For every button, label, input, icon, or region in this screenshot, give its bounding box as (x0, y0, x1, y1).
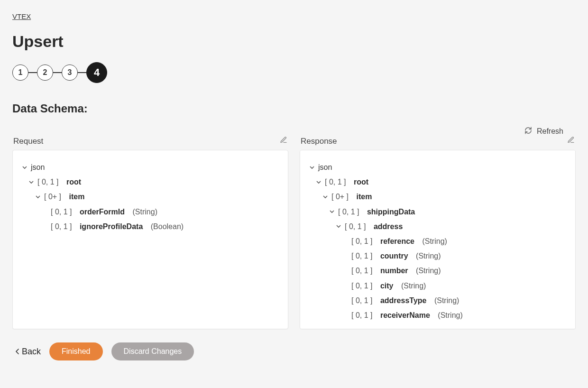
chevron-down-icon[interactable] (329, 209, 335, 214)
chevron-down-icon[interactable] (335, 223, 342, 229)
tree-cardinality: [ 0+ ] (44, 189, 61, 204)
tree-leaf[interactable]: [ 0, 1 ] number (String) (351, 263, 567, 278)
section-title: Data Schema: (12, 102, 576, 115)
stepper: 1 2 3 4 (12, 62, 576, 83)
footer: Back Finished Discard Changes (12, 342, 576, 360)
response-title: Response (301, 137, 337, 146)
response-pane: Response json [ 0, 1 ] root (300, 136, 576, 329)
tree-leaf[interactable]: [ 0, 1 ] country (String) (351, 249, 567, 263)
step-connector (78, 72, 86, 73)
tree-leaf[interactable]: [ 0, 1 ] city (String) (351, 278, 567, 293)
chevron-down-icon[interactable] (322, 194, 329, 200)
edit-response-icon[interactable] (567, 136, 575, 146)
step-1[interactable]: 1 (12, 65, 28, 81)
tree-leaf[interactable]: [ 0, 1 ] orderFormId (String) (51, 204, 279, 219)
step-connector (53, 72, 62, 73)
tree-root-label: json (318, 160, 332, 175)
tree-leaf[interactable]: [ 0, 1 ] reference (String) (351, 234, 567, 249)
back-button[interactable]: Back (15, 347, 41, 357)
edit-request-icon[interactable] (280, 136, 287, 146)
refresh-icon (524, 127, 532, 136)
response-box: json [ 0, 1 ] root [ 0+ ] item (300, 150, 576, 329)
tree-field-name: root (66, 175, 81, 189)
tree-leaf[interactable]: [ 0, 1 ] receiverName (String) (351, 308, 567, 323)
refresh-button[interactable]: Refresh (12, 127, 576, 136)
step-2[interactable]: 2 (37, 65, 53, 81)
chevron-down-icon[interactable] (28, 179, 35, 185)
refresh-label: Refresh (537, 127, 563, 136)
discard-changes-button[interactable]: Discard Changes (111, 342, 194, 360)
tree-field-name: item (69, 189, 84, 204)
tree-leaf[interactable]: [ 0, 1 ] addressType (String) (351, 293, 567, 308)
step-3[interactable]: 3 (62, 65, 78, 81)
step-connector (28, 72, 37, 73)
step-4[interactable]: 4 (86, 62, 107, 83)
tree-leaf[interactable]: [ 0, 1 ] ignoreProfileData (Boolean) (51, 219, 279, 234)
finished-button[interactable]: Finished (49, 342, 102, 360)
tree-root-label: json (31, 160, 45, 175)
chevron-left-icon (15, 348, 20, 355)
page-title: Upsert (12, 32, 576, 51)
chevron-down-icon[interactable] (35, 194, 41, 200)
breadcrumb-link[interactable]: VTEX (12, 12, 31, 20)
request-box: json [ 0, 1 ] root [ 0+ ] item (12, 150, 288, 329)
chevron-down-icon[interactable] (309, 165, 315, 170)
chevron-down-icon[interactable] (315, 179, 322, 185)
tree-cardinality: [ 0, 1 ] (37, 175, 58, 189)
request-title: Request (13, 137, 43, 146)
request-pane: Request json [ 0, 1 ] root (12, 136, 288, 329)
chevron-down-icon[interactable] (21, 165, 28, 170)
back-label: Back (22, 347, 41, 357)
